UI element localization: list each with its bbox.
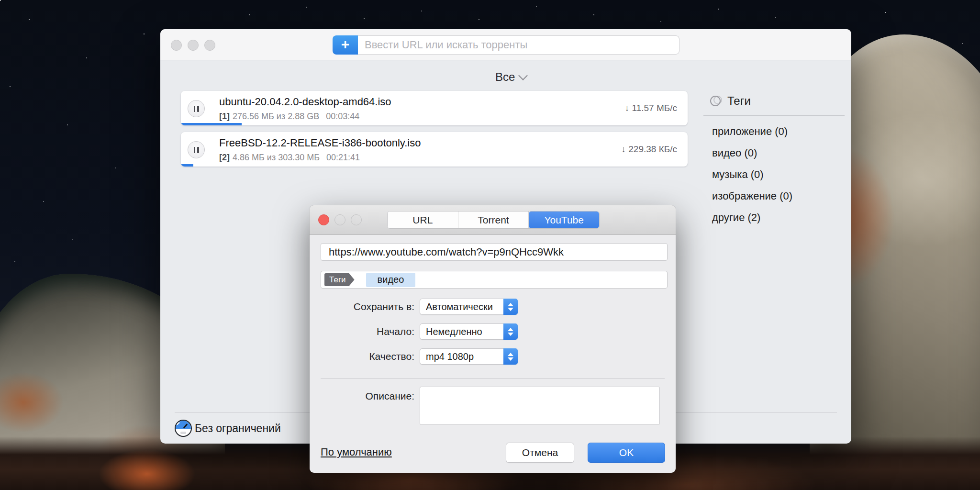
- save-to-value: Автоматически: [420, 301, 493, 312]
- source-type-tabs: URL Torrent YouTube: [387, 211, 600, 229]
- quality-row: Качество: mp4 1080p: [310, 348, 518, 365]
- popup-stepper-icon: [503, 299, 518, 315]
- tab-url[interactable]: URL: [388, 212, 458, 228]
- zoom-button[interactable]: [351, 214, 362, 225]
- description-label: Описание:: [310, 390, 414, 402]
- cancel-button[interactable]: Отмена: [506, 443, 574, 463]
- filter-dropdown[interactable]: Все: [495, 69, 526, 85]
- quality-popup[interactable]: mp4 1080p: [420, 348, 518, 365]
- download-speed: ↓ 11.57 МБ/с: [625, 91, 677, 125]
- queue-number: [1]: [219, 111, 230, 121]
- save-to-row: Сохранить в: Автоматически: [310, 299, 518, 315]
- popup-stepper-icon: [503, 323, 518, 340]
- url-input[interactable]: [321, 243, 668, 261]
- download-speed: ↓ 229.38 КБ/с: [622, 132, 678, 167]
- plus-icon: +: [341, 37, 350, 52]
- chevron-down-icon: [518, 71, 528, 80]
- wallpaper-stars: [0, 0, 1, 1]
- tag-item-music[interactable]: музыка (0): [712, 168, 847, 181]
- ok-button[interactable]: OK: [588, 443, 665, 463]
- download-info: FreeBSD-12.2-RELEASE-i386-bootonly.iso […: [219, 137, 421, 163]
- download-title: FreeBSD-12.2-RELEASE-i386-bootonly.iso: [219, 137, 421, 149]
- tag-item-other[interactable]: другие (2): [712, 212, 847, 224]
- progress-bar: [181, 164, 193, 167]
- tag-chip-video[interactable]: видео: [366, 273, 416, 287]
- tags-panel-title: Теги: [727, 94, 751, 108]
- search-input[interactable]: [358, 35, 679, 55]
- tab-torrent[interactable]: Torrent: [458, 212, 529, 228]
- dialog-separator: [321, 379, 665, 379]
- progress-bar: [181, 123, 242, 125]
- start-popup[interactable]: Немедленно: [420, 323, 518, 340]
- queue-number: [2]: [219, 153, 230, 162]
- tags-badge: Теги: [324, 273, 355, 286]
- start-row: Начало: Немедленно: [310, 323, 518, 340]
- defaults-link[interactable]: По умолчанию: [321, 446, 392, 458]
- save-to-label: Сохранить в:: [310, 301, 414, 312]
- quality-label: Качество:: [310, 351, 414, 362]
- download-subtext: [2]4.86 МБ из 303.30 МБ00:21:41: [219, 153, 421, 163]
- pause-button[interactable]: [188, 100, 205, 117]
- speed-limit-label[interactable]: Без ограничений: [195, 422, 281, 435]
- start-label: Начало:: [310, 326, 414, 337]
- zoom-button[interactable]: [204, 40, 215, 51]
- tags-list: приложение (0) видео (0) музыка (0) изоб…: [712, 125, 847, 224]
- tag-item-application[interactable]: приложение (0): [712, 125, 847, 138]
- speed-limit-icon[interactable]: [175, 420, 192, 437]
- download-info: ubuntu-20.04.2.0-desktop-amd64.iso [1]27…: [219, 96, 391, 122]
- size-progress: 276.56 МБ из 2.88 GB: [233, 111, 319, 121]
- time-elapsed: 00:03:44: [326, 111, 359, 121]
- start-value: Немедленно: [420, 326, 482, 337]
- dialog-tags-field[interactable]: Теги видео: [321, 271, 668, 289]
- tag-item-video[interactable]: видео (0): [712, 147, 847, 159]
- download-title: ubuntu-20.04.2.0-desktop-amd64.iso: [219, 96, 391, 108]
- download-row[interactable]: ubuntu-20.04.2.0-desktop-amd64.iso [1]27…: [181, 91, 688, 125]
- filter-label: Все: [495, 70, 515, 84]
- save-to-popup[interactable]: Автоматически: [420, 299, 518, 315]
- dialog-titlebar: URL Torrent YouTube: [310, 205, 676, 235]
- tags-separator: [703, 115, 845, 116]
- tab-youtube[interactable]: YouTube: [529, 212, 599, 228]
- close-button[interactable]: [171, 40, 182, 51]
- tags-ring-icon: [710, 96, 721, 106]
- desktop: + Все ubuntu-20.04.2.0-desktop-amd64.iso…: [0, 0, 980, 490]
- minimize-button[interactable]: [188, 40, 199, 51]
- popup-stepper-icon: [503, 348, 518, 365]
- description-row: Описание:: [310, 387, 660, 425]
- tags-panel: Теги приложение (0) видео (0) музыка (0)…: [703, 90, 847, 224]
- pause-button[interactable]: [188, 141, 205, 158]
- add-download-dialog: URL Torrent YouTube Теги видео Сохранить…: [310, 205, 676, 473]
- minimize-button[interactable]: [334, 214, 345, 225]
- quality-value: mp4 1080p: [420, 351, 474, 362]
- time-elapsed: 00:21:41: [326, 153, 360, 162]
- description-textarea[interactable]: [420, 387, 660, 425]
- main-window-titlebar: +: [160, 29, 851, 60]
- close-button[interactable]: [318, 214, 329, 225]
- tag-item-images[interactable]: изображение (0): [712, 190, 847, 202]
- add-download-button[interactable]: +: [333, 35, 358, 55]
- download-subtext: [1]276.56 МБ из 2.88 GB00:03:44: [219, 111, 391, 122]
- size-progress: 4.86 МБ из 303.30 МБ: [233, 153, 320, 162]
- download-row[interactable]: FreeBSD-12.2-RELEASE-i386-bootonly.iso […: [181, 132, 688, 167]
- tags-panel-header: Теги: [710, 94, 847, 108]
